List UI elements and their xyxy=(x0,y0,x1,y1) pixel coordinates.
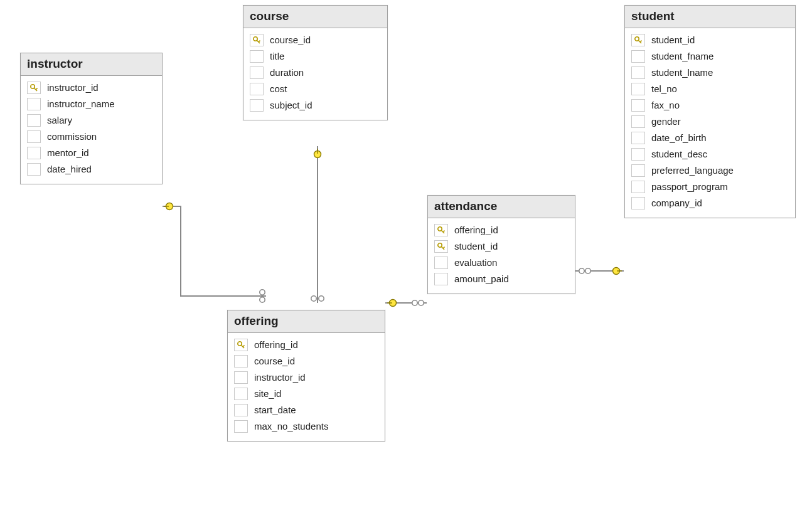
column-name: student_lname xyxy=(651,67,789,78)
column-name: student_desc xyxy=(651,149,789,159)
rel-offering-attendance xyxy=(385,300,427,307)
column-row: salary xyxy=(24,112,158,129)
column-row: preferred_language xyxy=(629,162,791,179)
er-diagram-canvas: instructor instructor_id instructor_name… xyxy=(0,0,812,508)
column-name: amount_paid xyxy=(454,273,569,284)
entity-title: course xyxy=(243,6,387,28)
column-row: offering_id xyxy=(432,222,571,238)
entity-columns: student_id student_fname student_lname t… xyxy=(625,28,795,218)
pk-cell xyxy=(631,99,645,112)
pk-cell xyxy=(631,34,645,46)
column-name: salary xyxy=(47,115,156,125)
column-row: student_lname xyxy=(629,65,791,81)
entity-title: attendance xyxy=(428,196,575,218)
pk-cell xyxy=(250,99,264,112)
rel-attendance-student xyxy=(575,268,624,275)
entity-title: student xyxy=(625,6,795,28)
column-name: course_id xyxy=(270,34,381,45)
entity-attendance[interactable]: attendance offering_id student_id evalua… xyxy=(427,195,575,294)
column-name: fax_no xyxy=(651,100,789,110)
column-row: instructor_id xyxy=(232,369,381,386)
column-row: date_hired xyxy=(24,161,158,177)
column-name: instructor_name xyxy=(47,98,156,109)
column-name: student_id xyxy=(651,34,789,45)
pk-cell xyxy=(27,163,41,176)
rel-instructor-offering xyxy=(163,203,266,303)
rel-course-offering xyxy=(311,146,324,303)
key-icon xyxy=(437,243,445,250)
column-row: instructor_name xyxy=(24,96,158,112)
pk-cell xyxy=(631,66,645,79)
column-name: site_id xyxy=(254,388,378,399)
pk-cell xyxy=(234,404,248,416)
column-row: cost xyxy=(247,81,383,97)
column-name: course_id xyxy=(254,356,378,366)
column-row: offering_id xyxy=(232,337,381,353)
column-name: offering_id xyxy=(254,339,378,350)
column-name: duration xyxy=(270,67,381,78)
pk-cell xyxy=(631,164,645,177)
column-row: course_id xyxy=(232,353,381,369)
column-row: tel_no xyxy=(629,81,791,97)
column-row: company_id xyxy=(629,195,791,211)
column-name: passport_program xyxy=(651,181,789,192)
column-row: course_id xyxy=(247,32,383,48)
pk-cell xyxy=(434,224,448,236)
column-name: commission xyxy=(47,131,156,142)
column-row: gender xyxy=(629,114,791,130)
column-row: max_no_students xyxy=(232,418,381,435)
column-row: evaluation xyxy=(432,255,571,271)
column-row: site_id xyxy=(232,386,381,402)
entity-offering[interactable]: offering offering_id course_id instructo… xyxy=(227,310,385,442)
column-row: student_desc xyxy=(629,146,791,162)
column-row: passport_program xyxy=(629,179,791,195)
column-name: cost xyxy=(270,83,381,94)
column-row: instructor_id xyxy=(24,80,158,96)
pk-cell xyxy=(631,132,645,144)
entity-title: offering xyxy=(228,310,385,333)
pk-cell xyxy=(234,420,248,433)
column-row: start_date xyxy=(232,402,381,418)
column-name: max_no_students xyxy=(254,421,378,431)
pk-cell xyxy=(27,98,41,110)
pk-cell xyxy=(434,257,448,269)
pk-cell xyxy=(27,82,41,94)
pk-cell xyxy=(250,50,264,63)
column-name: date_hired xyxy=(47,164,156,174)
column-name: student_fname xyxy=(651,51,789,61)
column-row: student_id xyxy=(629,32,791,48)
column-name: mentor_id xyxy=(47,147,156,158)
entity-course[interactable]: course course_id title duration cost sub… xyxy=(243,5,388,120)
entity-title: instructor xyxy=(21,53,162,76)
key-icon xyxy=(253,36,260,44)
entity-columns: instructor_id instructor_name salary com… xyxy=(21,76,162,184)
pk-cell xyxy=(631,197,645,209)
pk-cell xyxy=(234,355,248,368)
column-row: subject_id xyxy=(247,97,383,114)
column-name: instructor_id xyxy=(254,372,378,383)
pk-cell xyxy=(250,66,264,79)
column-name: offering_id xyxy=(454,225,569,235)
column-name: preferred_language xyxy=(651,165,789,176)
key-icon xyxy=(634,36,642,44)
column-name: date_of_birth xyxy=(651,132,789,143)
pk-cell xyxy=(631,181,645,193)
pk-cell xyxy=(631,83,645,95)
entity-columns: offering_id course_id instructor_id site… xyxy=(228,333,385,441)
entity-columns: course_id title duration cost subject_id xyxy=(243,28,387,120)
column-name: company_id xyxy=(651,198,789,208)
pk-cell xyxy=(234,388,248,400)
column-name: start_date xyxy=(254,405,378,415)
column-name: tel_no xyxy=(651,83,789,94)
pk-cell xyxy=(234,371,248,384)
pk-cell xyxy=(631,115,645,128)
pk-cell xyxy=(631,148,645,161)
column-name: evaluation xyxy=(454,257,569,268)
entity-student[interactable]: student student_id student_fname student… xyxy=(624,5,796,218)
column-row: mentor_id xyxy=(24,145,158,161)
column-name: title xyxy=(270,51,381,61)
pk-cell xyxy=(27,130,41,143)
entity-instructor[interactable]: instructor instructor_id instructor_name… xyxy=(20,53,163,184)
pk-cell xyxy=(434,273,448,285)
column-row: commission xyxy=(24,129,158,145)
